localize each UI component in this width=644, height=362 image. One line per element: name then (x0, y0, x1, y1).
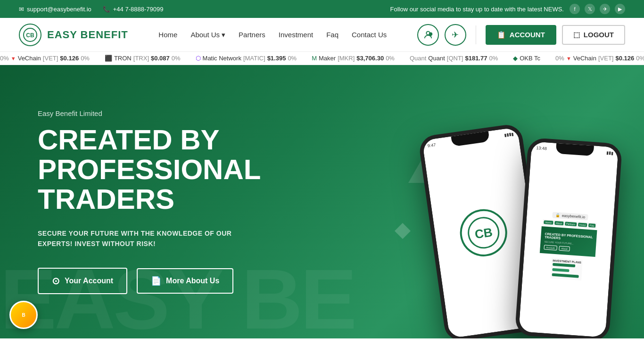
your-account-button[interactable]: ⊙ Your Account (38, 268, 127, 294)
phone-logo-1: CB (457, 206, 510, 259)
youtube-icon[interactable]: ▶ (615, 4, 625, 14)
logout-button[interactable]: ⬚ LOGOUT (562, 25, 625, 45)
ticker-item: Quant Quant [QNT] $181.77 0% (410, 55, 498, 62)
svg-text:?: ? (430, 33, 431, 36)
twitter-icon[interactable]: 𝕏 (585, 4, 595, 14)
ticker-inner: 0% ▼ VeChain [VET] $0.126 0% ⬛ TRON [TRX… (0, 55, 644, 62)
badge-container: B (9, 301, 38, 329)
more-about-us-button[interactable]: 📄 More About Us (137, 268, 233, 294)
about-doc-icon: 📄 (151, 276, 161, 286)
email-icon: ✉ (19, 6, 24, 13)
svg-text:CB: CB (474, 225, 493, 241)
brand-name: EASY BENEFIT (47, 29, 128, 41)
nav-actions: ? ✈ 📋 ACCOUNT ⬚ LOGOUT (417, 24, 625, 46)
phone-contact: 📞 +44 7-8888-79099 (103, 6, 164, 13)
okb-icon: ◆ (513, 55, 518, 62)
logout-icon: ⬚ (573, 31, 580, 39)
maker-icon: M (312, 55, 317, 62)
hero-description: SECURE YOUR FUTURE WITH THE KNOWLEDGE OF… (38, 228, 261, 249)
ticker-bar: 0% ▼ VeChain [VET] $0.126 0% ⬛ TRON [TRX… (0, 52, 644, 65)
quant-icon: Quant (410, 55, 426, 62)
hero-subtitle: Easy Benefit Limited (38, 109, 261, 117)
account-arrow-icon: ⊙ (52, 275, 60, 287)
nav-about[interactable]: About Us ▾ (190, 31, 225, 39)
email-contact: ✉ support@easybenefit.io (19, 6, 91, 13)
telegram-nav-icon-btn[interactable]: ✈ (445, 24, 466, 46)
phone-invest-section: INVESTMENT PLANS (550, 257, 583, 280)
ticker-item: M Maker [MKR] $3,706.30 0% (312, 55, 395, 62)
hero-decoration-diamond (395, 223, 411, 239)
svg-text:CB: CB (26, 32, 34, 39)
hero-section: EASY BE Easy Benefit Limited CREATED BY … (0, 65, 644, 338)
phone-url-bar: 🔒 easybenefit.io (552, 212, 588, 220)
phone-icon: 📞 (103, 6, 110, 13)
logo[interactable]: CB EASY BENEFIT (19, 24, 128, 46)
hero-content: Easy Benefit Limited CREATED BY PROFESSI… (38, 109, 261, 295)
chevron-down-icon: ▾ (222, 31, 225, 39)
ticker-item: ⬡ Matic Network [MATIC] $1.395 0% (196, 55, 297, 62)
facebook-icon[interactable]: f (570, 4, 580, 14)
telegram-icon[interactable]: ✈ (600, 4, 610, 14)
hero-title: CREATED BY PROFESSIONAL TRADERS (38, 125, 261, 214)
phone-mini-hero: CREATED BY PROFESSIONALTRADERS SECURE YO… (540, 226, 597, 256)
user-chat-icon-btn[interactable]: ? (417, 24, 439, 46)
nav-partners[interactable]: Partners (239, 31, 265, 39)
account-button[interactable]: 📋 ACCOUNT (486, 25, 556, 45)
navbar: CB EASY BENEFIT Home About Us ▾ Partners… (0, 18, 644, 52)
nav-home[interactable]: Home (158, 31, 177, 39)
telegram-icon: ✈ (452, 30, 459, 40)
logo-icon: CB (19, 24, 41, 46)
tron-icon: ⬛ (105, 55, 112, 62)
nav-icon-buttons: ? ✈ (417, 24, 466, 46)
nav-links: Home About Us ▾ Partners Investment Faq … (158, 31, 387, 39)
ticker-item: 0% ▼ VeChain [VET] $0.126 0% (0, 55, 90, 62)
ticker-item: ⬛ TRON [TRX] $0.087 0% (105, 55, 181, 62)
top-bar-social: Follow our social media to stay up to da… (390, 4, 625, 14)
matic-icon: ⬡ (196, 55, 201, 62)
nav-contact[interactable]: Contact Us (352, 31, 387, 39)
social-links: f 𝕏 ✈ ▶ (570, 4, 625, 14)
nav-investment[interactable]: Investment (279, 31, 313, 39)
award-badge: B (9, 301, 38, 329)
hero-phones: 9:47 ▮▮▮▮ CB 13:48 ▮▮▮ (418, 131, 616, 338)
phone-screen-2: 🔒 easybenefit.io Home About Partners Inv… (519, 141, 619, 337)
top-bar: ✉ support@easybenefit.io 📞 +44 7-8888-79… (0, 0, 644, 18)
top-bar-contact: ✉ support@easybenefit.io 📞 +44 7-8888-79… (19, 6, 163, 13)
ticker-item: 0% ▼ VeChain [VET] $0.126 0% (555, 55, 644, 62)
hero-buttons: ⊙ Your Account 📄 More About Us (38, 268, 261, 294)
phone-mini-buttons: Account About (544, 245, 592, 253)
nav-faq[interactable]: Faq (326, 31, 339, 39)
phone-mockup-2: 13:48 ▮▮▮ 🔒 easybenefit.io Home About Pa… (515, 138, 623, 338)
account-icon: 📋 (497, 31, 506, 39)
nav-divider (476, 25, 476, 44)
ticker-item: ◆ OKB Tc (513, 55, 540, 62)
phone-invest-bars (552, 263, 581, 279)
